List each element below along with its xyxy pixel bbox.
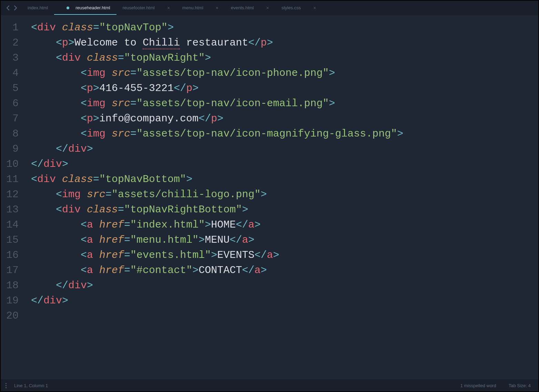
close-icon[interactable]: ×	[167, 5, 170, 11]
close-icon[interactable]: ×	[216, 5, 218, 11]
code-area[interactable]: <div class="topNavTop"> <p>Welcome to Ch…	[25, 15, 538, 380]
close-icon[interactable]: ×	[313, 5, 316, 11]
tab-label: events.html	[231, 5, 254, 10]
status-bar: Line 1, Column 1 1 misspelled word Tab S…	[1, 380, 538, 391]
tab-reusefooter-html[interactable]: reusefooter.html×	[116, 1, 176, 15]
tab-label: index.html	[28, 5, 48, 10]
tab-size-status[interactable]: Tab Size: 4	[509, 383, 531, 388]
tab-bar: index.htmlreuseheader.htmlreusefooter.ht…	[1, 1, 538, 15]
line-number-gutter: 1234567891011121314151617181920	[1, 15, 25, 380]
spellcheck-status[interactable]: 1 misspelled word	[460, 383, 496, 388]
line-number: 14	[1, 217, 25, 232]
line-number: 2	[1, 35, 25, 50]
line-number: 8	[1, 126, 25, 141]
tab-label: reuseheader.html	[75, 5, 110, 10]
line-number: 5	[1, 81, 25, 96]
cursor-position[interactable]: Line 1, Column 1	[14, 383, 48, 388]
line-number: 9	[1, 141, 25, 157]
tab-menu-html[interactable]: menu.html×	[176, 1, 225, 15]
tab-label: reusefooter.html	[123, 5, 155, 10]
line-number: 18	[1, 278, 25, 293]
nav-forward-button[interactable]	[12, 1, 19, 15]
line-number: 20	[1, 308, 25, 323]
line-number: 7	[1, 111, 25, 126]
line-number: 11	[1, 172, 25, 187]
line-number: 3	[1, 50, 25, 66]
nav-arrows	[1, 1, 21, 15]
tabs: index.htmlreuseheader.htmlreusefooter.ht…	[21, 1, 538, 15]
nav-back-button[interactable]	[4, 1, 12, 15]
line-number: 1	[1, 20, 25, 35]
modified-icon	[67, 7, 69, 9]
tab-label: styles.css	[282, 5, 301, 10]
line-number: 12	[1, 187, 25, 202]
line-number: 17	[1, 263, 25, 278]
editor[interactable]: 1234567891011121314151617181920 <div cla…	[1, 15, 538, 380]
line-number: 16	[1, 248, 25, 263]
close-icon[interactable]: ×	[266, 5, 269, 11]
line-number: 13	[1, 202, 25, 217]
tab-styles-css[interactable]: styles.css×	[275, 1, 323, 15]
line-number: 4	[1, 66, 25, 81]
line-number: 10	[1, 157, 25, 172]
tab-label: menu.html	[182, 5, 203, 10]
tab-reuseheader-html[interactable]: reuseheader.html	[54, 1, 116, 15]
tab-events-html[interactable]: events.html×	[225, 1, 275, 15]
line-number: 6	[1, 96, 25, 111]
tab-index-html[interactable]: index.html	[21, 1, 54, 15]
menu-button[interactable]	[6, 383, 7, 388]
line-number: 19	[1, 293, 25, 308]
code-content[interactable]: <div class="topNavTop"> <p>Welcome to Ch…	[31, 20, 538, 308]
line-number: 15	[1, 232, 25, 248]
